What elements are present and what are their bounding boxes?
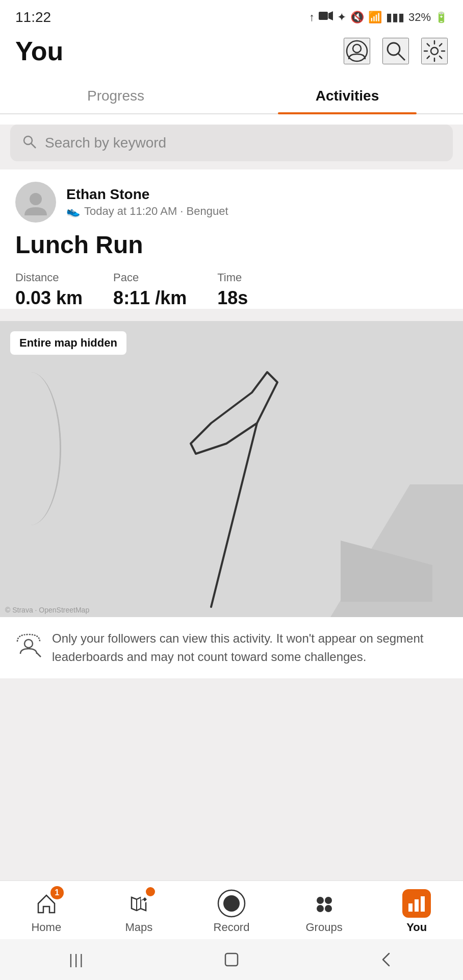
svg-point-10 <box>24 640 33 648</box>
navigation-icon: ↑ <box>309 11 315 24</box>
maps-icon <box>127 892 150 915</box>
search-button[interactable] <box>382 38 409 64</box>
nav-home-icon-wrap: 1 <box>32 889 61 918</box>
svg-rect-25 <box>225 953 238 966</box>
avatar <box>15 182 56 223</box>
user-info: Ethan Stone 👟 Today at 11:20 AM · Bengue… <box>66 186 228 218</box>
content-area: Search by keyword Ethan Stone 👟 Today at… <box>0 125 463 911</box>
svg-point-7 <box>24 136 32 144</box>
svg-point-17 <box>223 895 240 912</box>
svg-point-9 <box>30 193 42 205</box>
groups-icon <box>312 891 337 916</box>
settings-button[interactable] <box>421 38 448 64</box>
recents-button[interactable]: ||| <box>69 951 85 968</box>
stat-time: Time 18s <box>217 271 248 309</box>
nav-record-label: Record <box>214 921 250 934</box>
status-icons: ↑ ✦ 🔇 📶 ▮▮▮ 32% 🔋 <box>309 11 448 24</box>
activity-card: Ethan Stone 👟 Today at 11:20 AM · Bengue… <box>0 169 463 309</box>
page-title: You <box>15 36 63 66</box>
svg-rect-24 <box>421 896 425 912</box>
svg-point-21 <box>325 905 332 912</box>
header-actions <box>344 38 448 64</box>
svg-line-8 <box>31 143 36 148</box>
you-icon <box>406 893 427 914</box>
search-bar[interactable]: Search by keyword <box>10 125 453 161</box>
activity-map[interactable]: Entire map hidden © Strava · OpenStreetM… <box>0 321 463 617</box>
nav-home-label: Home <box>31 921 61 934</box>
back-chevron-icon <box>379 950 394 969</box>
activity-timestamp: Today at 11:20 AM · Benguet <box>84 205 228 218</box>
bottom-navigation: 1 Home Maps Record <box>0 880 463 939</box>
system-nav-bar: ||| <box>0 939 463 980</box>
record-icon <box>217 889 246 918</box>
back-button[interactable] <box>379 950 394 969</box>
nav-maps-icon-wrap <box>124 889 153 918</box>
stat-distance-value: 0.03 km <box>15 287 83 309</box>
privacy-icon <box>15 631 42 658</box>
privacy-notice: Only your followers can view this activi… <box>0 617 463 678</box>
tab-progress[interactable]: Progress <box>0 77 232 113</box>
maps-badge-dot <box>146 887 155 896</box>
stat-time-value: 18s <box>217 287 248 309</box>
route-svg <box>0 321 463 617</box>
profile-button[interactable] <box>344 38 370 64</box>
nav-maps[interactable]: Maps <box>108 889 169 934</box>
tab-activities[interactable]: Activities <box>232 77 463 113</box>
battery-icon: 🔋 <box>435 11 448 23</box>
map-attribution: © Strava · OpenStreetMap <box>5 606 89 614</box>
nav-record-icon-wrap <box>217 889 246 918</box>
status-bar: 11:22 ↑ ✦ 🔇 📶 ▮▮▮ 32% 🔋 <box>0 0 463 31</box>
stat-pace: Pace 8:11 /km <box>113 271 187 309</box>
nav-you-icon-wrap <box>402 889 431 918</box>
home-square-icon <box>222 950 241 969</box>
battery-indicator: 32% <box>408 11 431 24</box>
stat-distance: Distance 0.03 km <box>15 271 83 309</box>
privacy-text: Only your followers can view this activi… <box>52 629 448 666</box>
svg-point-20 <box>317 905 324 912</box>
map-hidden-badge: Entire map hidden <box>10 331 126 355</box>
svg-point-6 <box>431 47 438 55</box>
tab-bar: Progress Activities <box>0 77 463 114</box>
search-placeholder: Search by keyword <box>45 135 166 151</box>
search-icon <box>22 135 37 151</box>
svg-rect-22 <box>408 903 413 912</box>
nav-groups[interactable]: Groups <box>294 889 355 934</box>
nav-you[interactable]: You <box>386 889 447 934</box>
mute-icon: 🔇 <box>350 11 364 24</box>
activity-meta: 👟 Today at 11:20 AM · Benguet <box>66 205 228 218</box>
stat-pace-label: Pace <box>113 271 187 284</box>
stat-time-label: Time <box>217 271 248 284</box>
svg-marker-1 <box>328 11 333 20</box>
nav-groups-label: Groups <box>306 921 343 934</box>
nav-you-label: You <box>406 921 427 934</box>
wifi-icon: 📶 <box>368 11 382 24</box>
signal-icon: ▮▮▮ <box>386 11 404 24</box>
run-icon: 👟 <box>66 205 80 218</box>
svg-point-18 <box>317 897 324 904</box>
home-badge: 1 <box>50 886 64 899</box>
stat-distance-label: Distance <box>15 271 83 284</box>
nav-groups-icon-wrap <box>310 889 339 918</box>
svg-point-4 <box>388 43 400 55</box>
svg-line-11 <box>37 653 41 657</box>
bluetooth-icon: ✦ <box>337 11 346 24</box>
page-header: You <box>0 31 463 77</box>
svg-line-5 <box>398 54 405 60</box>
svg-rect-0 <box>319 12 328 20</box>
user-name: Ethan Stone <box>66 186 228 203</box>
svg-point-3 <box>353 44 361 53</box>
nav-record[interactable]: Record <box>201 889 262 934</box>
video-icon <box>319 11 333 24</box>
nav-home[interactable]: 1 Home <box>16 889 77 934</box>
stat-pace-value: 8:11 /km <box>113 287 187 309</box>
status-time: 11:22 <box>15 9 51 26</box>
svg-rect-23 <box>415 899 419 912</box>
activity-stats: Distance 0.03 km Pace 8:11 /km Time 18s <box>15 271 448 309</box>
svg-point-19 <box>325 897 332 904</box>
activity-user-row: Ethan Stone 👟 Today at 11:20 AM · Bengue… <box>15 182 448 223</box>
nav-maps-label: Maps <box>125 921 152 934</box>
home-button[interactable] <box>222 950 241 969</box>
activity-title: Lunch Run <box>15 231 448 259</box>
